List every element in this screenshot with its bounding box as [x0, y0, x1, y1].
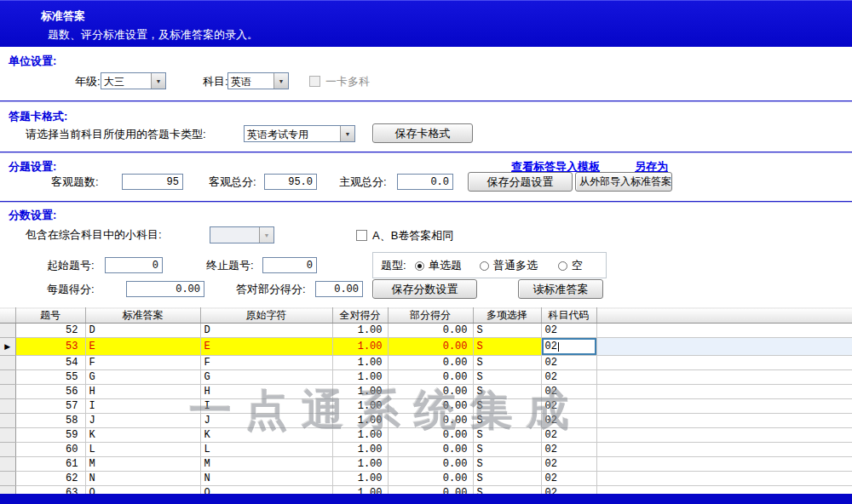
- cell-subject-code[interactable]: 02: [541, 428, 596, 443]
- cell-partial-score[interactable]: 0.00: [388, 457, 473, 472]
- cell-partial-score[interactable]: 0.00: [388, 356, 473, 370]
- row-selector-cell[interactable]: [0, 370, 15, 385]
- cell-full-score[interactable]: 1.00: [332, 457, 388, 472]
- cell-subject-code[interactable]: 02: [541, 457, 596, 472]
- cell-multi-select[interactable]: S: [473, 370, 541, 385]
- cell-multi-select[interactable]: S: [473, 428, 541, 443]
- grade-dropdown[interactable]: 大三 ▼: [101, 72, 166, 89]
- row-selector-cell[interactable]: [0, 414, 15, 428]
- cell-standard-answer[interactable]: M: [85, 457, 200, 472]
- ab-same-checkbox[interactable]: [356, 230, 367, 241]
- cell-subject-code[interactable]: 02: [541, 399, 596, 414]
- cell-standard-answer[interactable]: E: [85, 338, 200, 356]
- cell-question-no[interactable]: 53: [15, 338, 85, 356]
- cell-multi-select[interactable]: S: [473, 324, 541, 338]
- cell-full-score[interactable]: 1.00: [332, 385, 388, 399]
- start-no-input[interactable]: [105, 257, 163, 273]
- table-row[interactable]: 55 G G 1.00 0.00 S 02: [0, 370, 852, 385]
- col-header-partial-score[interactable]: 部分得分: [388, 308, 473, 324]
- cell-subject-code[interactable]: 02: [541, 356, 596, 370]
- cell-partial-score[interactable]: 0.00: [388, 324, 473, 338]
- subject-code-edit-box[interactable]: 02: [542, 338, 596, 355]
- row-selector-cell[interactable]: ▶: [0, 338, 15, 356]
- subject-dropdown[interactable]: 英语 ▼: [227, 72, 289, 89]
- col-header-subject-code[interactable]: 科目代码: [541, 308, 596, 324]
- cell-full-score[interactable]: 1.00: [332, 370, 388, 385]
- table-row[interactable]: 58 J J 1.00 0.00 S 02: [0, 414, 852, 428]
- cell-subject-code[interactable]: 02: [541, 414, 596, 428]
- row-selector-cell[interactable]: [0, 356, 15, 370]
- cell-partial-score[interactable]: 0.00: [388, 370, 473, 385]
- cell-partial-score[interactable]: 0.00: [388, 443, 473, 457]
- cell-standard-answer[interactable]: G: [85, 370, 200, 385]
- cell-raw-char[interactable]: L: [200, 443, 332, 457]
- cell-question-no[interactable]: 62: [15, 472, 85, 486]
- cell-question-no[interactable]: 52: [15, 324, 85, 338]
- table-row[interactable]: 60 L L 1.00 0.00 S 02: [0, 443, 852, 457]
- cell-standard-answer[interactable]: I: [85, 399, 200, 414]
- cell-raw-char[interactable]: G: [200, 370, 332, 385]
- cell-raw-char[interactable]: E: [200, 338, 332, 356]
- cell-multi-select[interactable]: S: [473, 356, 541, 370]
- cell-multi-select[interactable]: S: [473, 457, 541, 472]
- cell-subject-code[interactable]: 02: [541, 385, 596, 399]
- cell-raw-char[interactable]: N: [200, 472, 332, 486]
- cell-subject-code[interactable]: 02: [541, 338, 596, 356]
- cell-partial-score[interactable]: 0.00: [388, 399, 473, 414]
- col-header-multi-select[interactable]: 多项选择: [473, 308, 541, 324]
- read-standard-answers-button[interactable]: 读标准答案: [518, 279, 603, 299]
- qtype-radio-multi[interactable]: 普通多选: [480, 257, 538, 274]
- cell-subject-code[interactable]: 02: [541, 472, 596, 486]
- cell-standard-answer[interactable]: J: [85, 414, 200, 428]
- cell-partial-score[interactable]: 0.00: [388, 414, 473, 428]
- row-selector-cell[interactable]: [0, 324, 15, 338]
- row-selector-cell[interactable]: [0, 443, 15, 457]
- cell-standard-answer[interactable]: D: [85, 324, 200, 338]
- row-selector-cell[interactable]: [0, 385, 15, 399]
- subjective-total-input[interactable]: [397, 174, 453, 190]
- cell-partial-score[interactable]: 0.00: [388, 338, 473, 356]
- save-split-settings-button[interactable]: 保存分题设置: [468, 172, 573, 192]
- per-question-score-input[interactable]: [126, 281, 204, 297]
- cell-full-score[interactable]: 1.00: [332, 472, 388, 486]
- card-type-dropdown[interactable]: 英语考试专用 ▼: [244, 125, 355, 142]
- cell-raw-char[interactable]: M: [200, 457, 332, 472]
- cell-full-score[interactable]: 1.00: [332, 356, 388, 370]
- cell-question-no[interactable]: 57: [15, 399, 85, 414]
- partial-score-input[interactable]: [315, 281, 363, 297]
- table-row[interactable]: 61 M M 1.00 0.00 S 02: [0, 457, 852, 472]
- cell-multi-select[interactable]: S: [473, 385, 541, 399]
- subject-dropdown-arrow-icon[interactable]: ▼: [273, 73, 288, 89]
- cell-raw-char[interactable]: H: [200, 385, 332, 399]
- cell-multi-select[interactable]: S: [473, 338, 541, 356]
- cell-standard-answer[interactable]: L: [85, 443, 200, 457]
- cell-question-no[interactable]: 59: [15, 428, 85, 443]
- col-header-question-no[interactable]: 题号: [15, 308, 85, 324]
- row-selector-cell[interactable]: [0, 472, 15, 486]
- objective-count-input[interactable]: [122, 174, 183, 190]
- cell-subject-code[interactable]: 02: [541, 370, 596, 385]
- cell-raw-char[interactable]: J: [200, 414, 332, 428]
- col-header-raw-char[interactable]: 原始字符: [200, 308, 332, 324]
- table-row[interactable]: ▶ 53 E E 1.00 0.00 S 02: [0, 338, 852, 356]
- cell-raw-char[interactable]: I: [200, 399, 332, 414]
- cell-multi-select[interactable]: S: [473, 414, 541, 428]
- cell-standard-answer[interactable]: F: [85, 356, 200, 370]
- table-row[interactable]: 57 I I 1.00 0.00 S 02: [0, 399, 852, 414]
- cell-standard-answer[interactable]: K: [85, 428, 200, 443]
- cell-full-score[interactable]: 1.00: [332, 338, 388, 356]
- cell-raw-char[interactable]: F: [200, 356, 332, 370]
- cell-standard-answer[interactable]: H: [85, 385, 200, 399]
- save-card-format-button[interactable]: 保存卡格式: [372, 123, 473, 143]
- table-row[interactable]: 59 K K 1.00 0.00 S 02: [0, 428, 852, 443]
- row-selector-cell[interactable]: [0, 457, 15, 472]
- save-score-settings-button[interactable]: 保存分数设置: [372, 279, 477, 299]
- col-header-standard-answer[interactable]: 标准答案: [85, 308, 200, 324]
- cell-multi-select[interactable]: S: [473, 399, 541, 414]
- cell-standard-answer[interactable]: N: [85, 472, 200, 486]
- cell-subject-code[interactable]: 02: [541, 324, 596, 338]
- cell-partial-score[interactable]: 0.00: [388, 428, 473, 443]
- cell-question-no[interactable]: 55: [15, 370, 85, 385]
- row-selector-cell[interactable]: [0, 399, 15, 414]
- cell-full-score[interactable]: 1.00: [332, 399, 388, 414]
